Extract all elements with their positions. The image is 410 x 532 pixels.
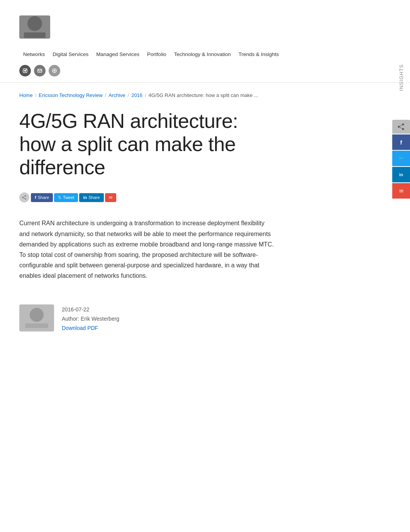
svg-line-14: [400, 127, 402, 129]
main-content: 4G/5G RAN architecture: how a split can …: [0, 102, 293, 355]
svg-point-1: [24, 70, 26, 72]
svg-point-5: [25, 195, 26, 197]
svg-line-8: [23, 196, 25, 197]
breadcrumb-area: Home / Ericsson Technology Review / Arch…: [0, 83, 410, 102]
right-share-top: [392, 120, 410, 134]
nav-item-portfolio[interactable]: Portfolio: [143, 48, 170, 60]
svg-point-6: [22, 197, 24, 198]
social-icon-3[interactable]: [49, 65, 60, 76]
article-date: 2016-07-22: [62, 306, 119, 313]
svg-line-9: [23, 198, 25, 199]
breadcrumb-year[interactable]: 2016: [131, 92, 142, 98]
svg-point-10: [402, 124, 404, 126]
social-icon-1[interactable]: [19, 65, 31, 76]
right-share-facebook[interactable]: f: [392, 134, 410, 150]
svg-point-11: [398, 126, 400, 128]
insights-label: Insights: [398, 64, 404, 91]
share-button-linkedin[interactable]: in Share: [79, 193, 103, 202]
nav-item-technology[interactable]: Technology & Innovation: [170, 48, 235, 60]
logo-area: [19, 8, 391, 44]
breadcrumb-sep-4: /: [145, 92, 146, 98]
breadcrumb-etr[interactable]: Ericsson Technology Review: [39, 92, 102, 98]
breadcrumb-archive[interactable]: Archive: [108, 92, 125, 98]
svg-point-12: [402, 128, 404, 130]
author-info: 2016-07-22 Author: Erik Westerberg Downl…: [62, 304, 119, 331]
share-buttons-main: f Share 𝕏 Tweet in Share ✉: [19, 192, 274, 202]
nav-item-digital-services[interactable]: Digital Services: [49, 48, 92, 60]
right-share-panel: f 🐦 in ✉: [392, 120, 410, 199]
right-share-twitter[interactable]: 🐦: [392, 151, 410, 166]
social-icon-2[interactable]: [34, 65, 46, 76]
insights-sidebar: Insights: [392, 61, 410, 95]
header: Networks Digital Services Managed Servic…: [0, 0, 410, 83]
svg-rect-3: [38, 69, 42, 72]
share-button-facebook[interactable]: f Share: [31, 193, 53, 202]
author-avatar: [19, 304, 54, 331]
share-button-twitter[interactable]: 𝕏 Tweet: [54, 193, 78, 202]
article-body: Current RAN architecture is undergoing a…: [19, 218, 274, 281]
nav-item-managed-services[interactable]: Managed Services: [92, 48, 143, 60]
svg-line-13: [400, 125, 402, 126]
nav-item-trends[interactable]: Trends & Insights: [235, 48, 283, 60]
share-count-icon: [19, 192, 29, 202]
svg-point-2: [26, 69, 27, 70]
right-share-email[interactable]: ✉: [392, 183, 410, 199]
breadcrumb: Home / Ericsson Technology Review / Arch…: [19, 92, 391, 98]
article-author: Author: Erik Westerberg: [62, 316, 119, 322]
share-button-email[interactable]: ✉: [105, 193, 116, 202]
author-section: 2016-07-22 Author: Erik Westerberg Downl…: [19, 304, 274, 331]
main-nav: Networks Digital Services Managed Servic…: [19, 44, 391, 60]
article-title: 4G/5G RAN architecture: how a split can …: [19, 110, 274, 179]
right-share-linkedin[interactable]: in: [392, 167, 410, 182]
breadcrumb-current: 4G/5G RAN architecture: how a split can …: [149, 92, 258, 98]
breadcrumb-sep-1: /: [35, 92, 37, 98]
logo[interactable]: [19, 15, 50, 39]
svg-point-7: [25, 199, 26, 200]
nav-item-networks[interactable]: Networks: [19, 48, 49, 60]
download-pdf-link[interactable]: Download PDF: [62, 325, 119, 331]
breadcrumb-sep-3: /: [128, 92, 129, 98]
breadcrumb-home[interactable]: Home: [19, 92, 33, 98]
header-social-icons: [19, 60, 391, 82]
breadcrumb-sep-2: /: [105, 92, 107, 98]
